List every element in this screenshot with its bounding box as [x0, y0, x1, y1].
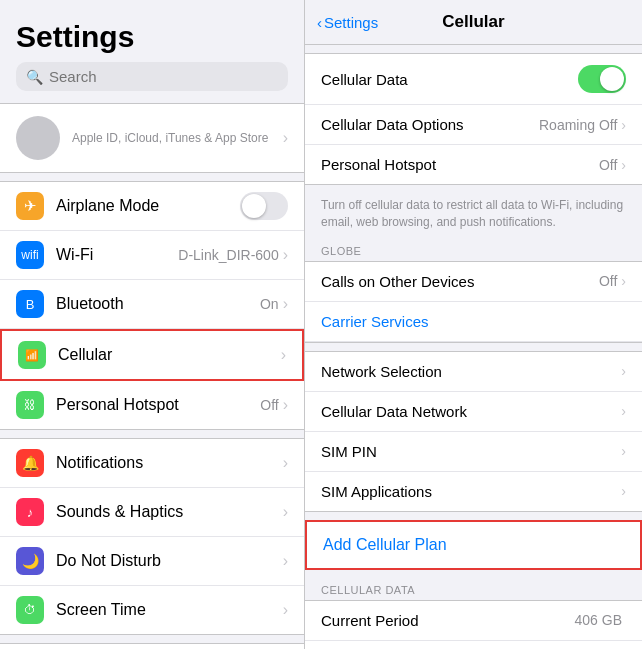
calls-other-value: Off [599, 273, 617, 289]
bluetooth-row[interactable]: B Bluetooth On › [0, 280, 304, 329]
sounds-row[interactable]: ♪ Sounds & Haptics › [0, 488, 304, 537]
notifications-group: 🔔 Notifications › ♪ Sounds & Haptics › 🌙… [0, 438, 304, 635]
dnd-chevron: › [283, 552, 288, 570]
current-period-label: Current Period [321, 612, 575, 629]
cellular-data-row[interactable]: Cellular Data [305, 54, 642, 105]
bluetooth-label: Bluetooth [56, 295, 260, 313]
wifi-label: Wi-Fi [56, 246, 178, 264]
dnd-row[interactable]: 🌙 Do Not Disturb › [0, 537, 304, 586]
back-chevron-icon: ‹ [317, 14, 322, 31]
search-bar[interactable]: 🔍 [16, 62, 288, 91]
globe-section-header: GLOBE [305, 239, 642, 261]
add-cellular-plan-row[interactable]: Add Cellular Plan [305, 520, 642, 570]
network-selection-row[interactable]: Network Selection › [305, 352, 642, 392]
bluetooth-value: On [260, 296, 279, 312]
toggle-knob [242, 194, 266, 218]
notifications-row[interactable]: 🔔 Notifications › [0, 439, 304, 488]
current-period-roaming-row: Current Period Roaming 0 bytes [305, 641, 642, 649]
cellular-label: Cellular [58, 346, 281, 364]
wifi-row[interactable]: wifi Wi-Fi D-Link_DIR-600 › [0, 231, 304, 280]
cellular-data-network-row[interactable]: Cellular Data Network › [305, 392, 642, 432]
sim-apps-row[interactable]: SIM Applications › [305, 472, 642, 511]
cellular-options-row[interactable]: Cellular Data Options Roaming Off › [305, 105, 642, 145]
dnd-icon: 🌙 [16, 547, 44, 575]
cellular-options-chevron: › [621, 117, 626, 133]
cellular-description: Turn off cellular data to restrict all d… [305, 193, 642, 239]
avatar [16, 116, 60, 160]
screentime-chevron: › [283, 601, 288, 619]
screentime-label: Screen Time [56, 601, 283, 619]
sounds-icon: ♪ [16, 498, 44, 526]
sounds-label: Sounds & Haptics [56, 503, 283, 521]
cellular-right-panel: ‹ Settings Cellular Cellular Data Cellul… [305, 0, 642, 649]
airplane-label: Airplane Mode [56, 197, 240, 215]
ns-chevron: › [621, 363, 626, 379]
bluetooth-icon: B [16, 290, 44, 318]
sim-apps-label: SIM Applications [321, 483, 621, 500]
cellular-data-section: CELLULAR DATA Current Period 406 GB Curr… [305, 578, 642, 649]
right-content: Cellular Data Cellular Data Options Roam… [305, 45, 642, 649]
profile-subtitle: Apple ID, iCloud, iTunes & App Store [72, 131, 283, 145]
calls-other-label: Calls on Other Devices [321, 273, 599, 290]
hotspot-label: Personal Hotspot [56, 396, 260, 414]
cellular-options-label: Cellular Data Options [321, 116, 539, 133]
notifications-chevron: › [283, 454, 288, 472]
cellular-data-label: Cellular Data [321, 71, 578, 88]
calls-other-devices-row[interactable]: Calls on Other Devices Off › [305, 262, 642, 302]
globe-group: Calls on Other Devices Off › Carrier Ser… [305, 261, 642, 343]
calls-other-chevron: › [621, 273, 626, 289]
sounds-chevron: › [283, 503, 288, 521]
cellular-icon: 📶 [18, 341, 46, 369]
carrier-services-row[interactable]: Carrier Services [305, 302, 642, 342]
cellular-data-section-header: CELLULAR DATA [305, 578, 642, 600]
sim-pin-row[interactable]: SIM PIN › [305, 432, 642, 472]
sim-pin-chevron: › [621, 443, 626, 459]
current-period-row: Current Period 406 GB [305, 601, 642, 641]
cellular-top-group: Cellular Data Cellular Data Options Roam… [305, 53, 642, 239]
nav-title: Cellular [442, 12, 504, 32]
search-icon: 🔍 [26, 69, 43, 85]
personal-hotspot-row[interactable]: Personal Hotspot Off › [305, 145, 642, 184]
notifications-label: Notifications [56, 454, 283, 472]
profile-text: Apple ID, iCloud, iTunes & App Store [72, 131, 283, 145]
airplane-icon: ✈ [16, 192, 44, 220]
airplane-mode-row[interactable]: ✈ Airplane Mode [0, 182, 304, 231]
screentime-icon: ⏱ [16, 596, 44, 624]
search-input[interactable] [49, 68, 278, 85]
hotspot-row[interactable]: ⛓ Personal Hotspot Off › [0, 381, 304, 429]
cellular-row[interactable]: 📶 Cellular › [0, 329, 304, 381]
back-label: Settings [324, 14, 378, 31]
connectivity-group: ✈ Airplane Mode wifi Wi-Fi D-Link_DIR-60… [0, 181, 304, 430]
personal-hotspot-value: Off [599, 157, 617, 173]
sim-apps-chevron: › [621, 483, 626, 499]
general-group: ⚙ General › ▦ Control Center › AA Displa… [0, 643, 304, 649]
hotspot-value: Off [260, 397, 278, 413]
bluetooth-chevron: › [283, 295, 288, 313]
wifi-chevron: › [283, 246, 288, 264]
cellular-chevron: › [281, 346, 286, 364]
network-selection-label: Network Selection [321, 363, 621, 380]
profile-row[interactable]: Apple ID, iCloud, iTunes & App Store › [0, 103, 304, 173]
settings-title: Settings [0, 0, 304, 62]
cdn-chevron: › [621, 403, 626, 419]
wifi-icon: wifi [16, 241, 44, 269]
profile-chevron: › [283, 129, 288, 147]
cdn-label: Cellular Data Network [321, 403, 621, 420]
airplane-toggle[interactable] [240, 192, 288, 220]
carrier-services-label: Carrier Services [321, 313, 429, 330]
current-period-value: 406 GB [575, 612, 622, 628]
personal-hotspot-label: Personal Hotspot [321, 156, 599, 173]
nav-bar: ‹ Settings Cellular [305, 0, 642, 45]
cellular-options-value: Roaming Off [539, 117, 617, 133]
settings-left-panel: Settings 🔍 Apple ID, iCloud, iTunes & Ap… [0, 0, 305, 649]
toggle-knob [600, 67, 624, 91]
hotspot-chevron: › [283, 396, 288, 414]
cellular-data-toggle[interactable] [578, 65, 626, 93]
hotspot-icon: ⛓ [16, 391, 44, 419]
back-button[interactable]: ‹ Settings [317, 14, 378, 31]
general-row[interactable]: ⚙ General › [0, 644, 304, 649]
cellular-data-stats-group: Current Period 406 GB Current Period Roa… [305, 600, 642, 649]
wifi-value: D-Link_DIR-600 [178, 247, 278, 263]
screentime-row[interactable]: ⏱ Screen Time › [0, 586, 304, 634]
personal-hotspot-chevron: › [621, 157, 626, 173]
